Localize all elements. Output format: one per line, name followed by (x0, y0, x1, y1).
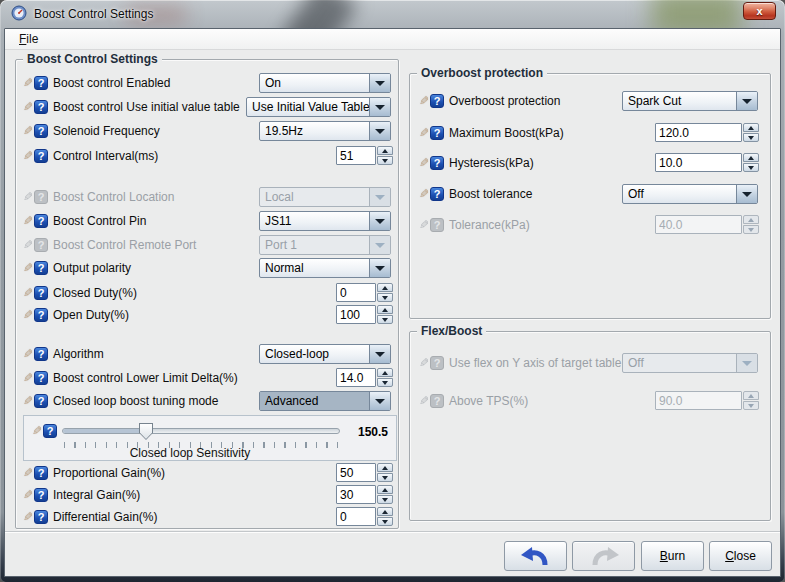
help-icon: ? (34, 190, 48, 204)
use-initial-value-table-dropdown[interactable]: Use Initial Value Table (246, 97, 391, 117)
spin-down-icon[interactable] (377, 495, 393, 504)
help-icon[interactable]: ? (34, 149, 48, 163)
setting-label: Boost Control Location (53, 190, 174, 204)
use-flex-y-axis-dropdown: Off (622, 353, 758, 373)
spin-up-icon[interactable] (743, 123, 759, 132)
differential-gain-input[interactable] (336, 507, 376, 526)
spin-down-icon (743, 225, 759, 234)
help-icon[interactable]: ? (43, 424, 57, 438)
setting-label: Boost control Use initial value table (53, 100, 240, 114)
setting-label: Boost tolerance (449, 187, 532, 201)
solenoid-frequency-dropdown[interactable]: 19.5Hz (259, 121, 391, 141)
help-icon[interactable]: ? (34, 214, 48, 228)
help-icon[interactable]: ? (430, 187, 444, 201)
proportional-gain-input[interactable] (336, 463, 376, 482)
pencil-icon: ✎ (19, 261, 33, 275)
menu-file[interactable]: File (11, 30, 46, 48)
close-button[interactable]: Close (709, 541, 772, 571)
overboost-protection-dropdown[interactable]: Spark Cut (622, 91, 758, 111)
chevron-down-icon[interactable] (736, 185, 757, 203)
setting-label: Integral Gain(%) (53, 488, 140, 502)
chevron-down-icon[interactable] (369, 345, 390, 363)
maximum-boost-input[interactable] (655, 123, 742, 142)
chevron-down-icon (369, 236, 390, 254)
setting-label: Boost Control Pin (53, 214, 146, 228)
help-icon[interactable]: ? (34, 308, 48, 322)
help-icon[interactable]: ? (430, 126, 444, 140)
pencil-icon: ✎ (415, 126, 429, 140)
spin-down-icon[interactable] (377, 293, 393, 302)
boost-tolerance-dropdown[interactable]: Off (622, 184, 758, 204)
help-icon[interactable]: ? (34, 510, 48, 524)
spin-down-icon[interactable] (377, 156, 393, 165)
help-icon[interactable]: ? (34, 76, 48, 90)
differential-gain-spinner (336, 507, 393, 526)
close-window-button[interactable]: x (743, 2, 776, 20)
setting-label: Tolerance(kPa) (449, 218, 530, 232)
sensitivity-slider[interactable] (62, 428, 340, 434)
integral-gain-input[interactable] (336, 485, 376, 504)
open-duty-spinner (336, 305, 393, 324)
help-icon: ? (430, 218, 444, 232)
spin-up-icon[interactable] (743, 153, 759, 162)
chevron-down-icon[interactable] (369, 74, 390, 92)
spin-down-icon[interactable] (377, 315, 393, 324)
help-icon[interactable]: ? (34, 124, 48, 138)
boost-control-enabled-dropdown[interactable]: On (259, 73, 391, 93)
row-solenoid-frequency: ✎ ? Solenoid Frequency 19.5Hz (19, 121, 395, 141)
setting-label: Boost control Lower Limit Delta(%) (53, 371, 238, 385)
spin-up-icon[interactable] (377, 507, 393, 516)
chevron-down-icon[interactable] (369, 259, 390, 277)
row-control-interval: ✎ ? Control Interval(ms) (19, 146, 395, 166)
chevron-down-icon[interactable] (369, 392, 390, 410)
spin-down-icon[interactable] (377, 378, 393, 387)
spin-down-icon[interactable] (377, 517, 393, 526)
help-icon[interactable]: ? (34, 347, 48, 361)
sensitivity-caption: Closed loop Sensitivity (24, 446, 356, 460)
help-icon: ? (430, 356, 444, 370)
help-icon: ? (430, 394, 444, 408)
help-icon[interactable]: ? (34, 261, 48, 275)
title-bar[interactable]: Boost Control Settings x (0, 0, 785, 28)
closed-loop-tuning-mode-dropdown[interactable]: Advanced (259, 391, 391, 411)
spin-down-icon[interactable] (743, 133, 759, 142)
chevron-down-icon[interactable] (369, 212, 390, 230)
output-polarity-dropdown[interactable]: Normal (259, 258, 391, 278)
chevron-down-icon[interactable] (736, 92, 757, 110)
spin-up-icon[interactable] (377, 463, 393, 472)
spin-up-icon[interactable] (377, 485, 393, 494)
slider-thumb[interactable] (139, 423, 153, 440)
spin-up-icon[interactable] (377, 305, 393, 314)
burn-button[interactable]: Burn (641, 541, 704, 571)
closed-duty-input[interactable] (336, 283, 376, 302)
client-area: File Boost Control Settings ✎ ? Boost co… (4, 28, 781, 577)
chevron-down-icon[interactable] (369, 98, 390, 116)
spin-up-icon[interactable] (377, 368, 393, 377)
pencil-icon: ✎ (19, 394, 33, 408)
spin-down-icon[interactable] (743, 163, 759, 172)
help-icon[interactable]: ? (34, 394, 48, 408)
row-hysteresis: ✎ ? Hysteresis(kPa) (415, 153, 765, 173)
spin-down-icon[interactable] (377, 473, 393, 482)
lower-limit-delta-input[interactable] (336, 368, 376, 387)
open-duty-input[interactable] (336, 305, 376, 324)
chevron-down-icon[interactable] (369, 122, 390, 140)
app-icon (11, 5, 27, 21)
undo-button[interactable] (504, 541, 567, 571)
pencil-icon: ✎ (19, 308, 33, 322)
help-icon[interactable]: ? (430, 94, 444, 108)
spin-up-icon[interactable] (377, 146, 393, 155)
help-icon[interactable]: ? (34, 371, 48, 385)
hysteresis-input[interactable] (655, 153, 742, 172)
algorithm-dropdown[interactable]: Closed-loop (259, 344, 391, 364)
help-icon[interactable]: ? (430, 156, 444, 170)
boost-control-pin-dropdown[interactable]: JS11 (259, 211, 391, 231)
help-icon[interactable]: ? (34, 100, 48, 114)
spin-up-icon[interactable] (377, 283, 393, 292)
help-icon[interactable]: ? (34, 488, 48, 502)
setting-label: Output polarity (53, 261, 131, 275)
help-icon[interactable]: ? (34, 286, 48, 300)
help-icon[interactable]: ? (34, 466, 48, 480)
lower-limit-delta-spinner (336, 368, 393, 387)
control-interval-input[interactable] (336, 146, 376, 165)
